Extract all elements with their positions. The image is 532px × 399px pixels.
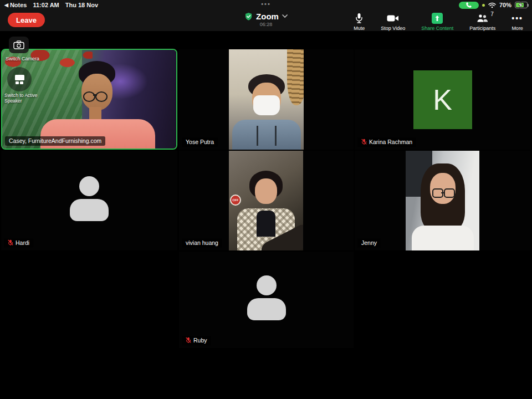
participants-button[interactable]: 7 Participants xyxy=(466,11,499,32)
chevron-down-icon xyxy=(282,14,288,18)
meeting-title: Zoom xyxy=(256,12,279,21)
participants-icon: 7 xyxy=(477,13,489,24)
mute-label: Mute xyxy=(354,25,365,31)
back-arrow-icon: ◀ xyxy=(4,2,8,8)
share-content-button[interactable]: Share Content xyxy=(418,11,457,32)
participants-label: Participants xyxy=(469,25,495,31)
video-tile-yose-putra[interactable]: Yose Putra xyxy=(179,49,354,150)
muted-mic-icon xyxy=(361,139,367,145)
vivian-video-feed: CIFF xyxy=(229,151,303,250)
meeting-title-block[interactable]: Zoom 06:28 xyxy=(244,12,288,27)
ruby-silhouette xyxy=(179,252,354,348)
toolbar: Mute Stop Video xyxy=(350,11,526,32)
muted-mic-icon xyxy=(8,239,13,246)
more-icon: ••• xyxy=(511,13,523,24)
share-content-icon xyxy=(432,13,443,24)
meeting-header: Leave Zoom 06:28 xyxy=(0,10,532,31)
mic-icon xyxy=(355,13,364,24)
video-tile-vivian-huang[interactable]: CIFF vivian huang xyxy=(179,151,354,250)
switch-camera-button[interactable] xyxy=(9,37,29,53)
hardi-silhouette xyxy=(1,151,177,250)
name-tag-karina-rachman: Karina Rachman xyxy=(357,137,416,147)
share-content-label: Share Content xyxy=(421,25,453,31)
battery-charging-icon xyxy=(515,2,528,8)
switch-view-button[interactable] xyxy=(7,67,32,91)
back-to-notes-button[interactable]: ◀ Notes xyxy=(4,2,27,8)
switch-camera-icon xyxy=(13,40,24,49)
active-call-pill[interactable] xyxy=(459,2,479,9)
switch-camera-label: Switch Camera xyxy=(6,56,39,62)
participants-count-badge: 7 xyxy=(490,11,494,17)
karina-avatar: K xyxy=(355,49,530,150)
name-tag-casey: Casey, FurnitureAndFurnishing.com xyxy=(5,136,105,146)
back-app-label: Notes xyxy=(10,2,27,8)
multitask-dots-icon: ••• xyxy=(261,1,271,7)
name-tag-hardi: Hardi xyxy=(4,238,33,248)
meeting-timer: 06:28 xyxy=(244,22,288,27)
stop-video-button[interactable]: Stop Video xyxy=(377,11,408,32)
yose-video-feed xyxy=(229,49,304,150)
leave-button[interactable]: Leave xyxy=(8,13,45,27)
video-tile-karina-rachman[interactable]: K Karina Rachman xyxy=(355,49,530,150)
phone-icon xyxy=(466,2,472,8)
mute-button[interactable]: Mute xyxy=(350,11,368,32)
name-tag-yose-putra: Yose Putra xyxy=(182,137,218,147)
jenny-video-feed xyxy=(406,151,479,250)
zoom-meeting-screen: ◀ Notes 11:02 AM Thu 18 Nov ••• 70% xyxy=(0,0,532,399)
name-tag-ruby: Ruby xyxy=(182,336,211,345)
stop-video-label: Stop Video xyxy=(381,25,405,31)
mic-in-use-dot xyxy=(482,4,485,7)
switch-view-label: Switch to Active Speaker xyxy=(4,93,41,104)
more-label: More xyxy=(511,25,523,31)
name-tag-jenny: Jenny xyxy=(357,238,381,248)
video-tile-jenny[interactable]: Jenny xyxy=(355,151,530,250)
muted-mic-icon xyxy=(186,337,191,344)
wifi-icon xyxy=(488,2,496,8)
ios-status-bar: ◀ Notes 11:02 AM Thu 18 Nov ••• 70% xyxy=(0,0,532,10)
clock: 11:02 AM xyxy=(33,2,59,8)
date: Thu 18 Nov xyxy=(65,2,98,8)
video-tile-hardi[interactable]: Hardi xyxy=(1,151,177,250)
more-button[interactable]: ••• More xyxy=(508,11,526,32)
battery-percent: 70% xyxy=(499,2,511,8)
speaker-view-icon xyxy=(15,75,24,80)
encryption-shield-icon xyxy=(244,12,253,21)
name-tag-vivian-huang: vivian huang xyxy=(182,238,222,248)
video-camera-icon xyxy=(387,13,399,24)
video-tile-ruby[interactable]: Ruby xyxy=(179,252,354,348)
